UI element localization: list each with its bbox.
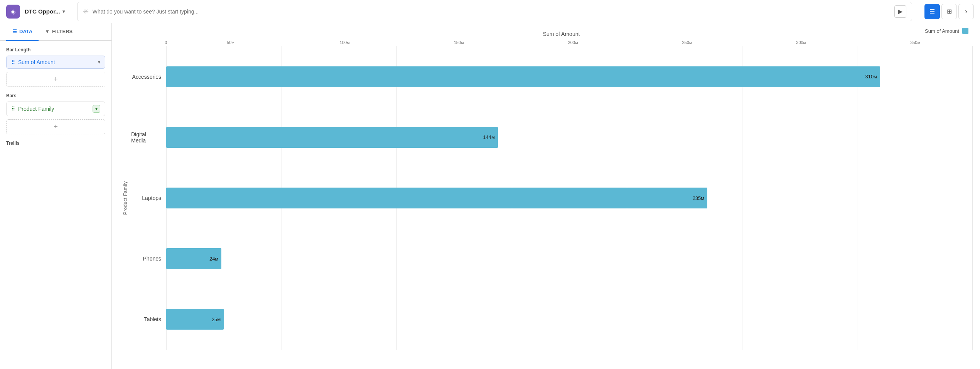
grid-icon: ⊞	[947, 8, 952, 15]
sidebar-data-content: Bar Length ⠿ Sum of Amount ▾ + Bars ⠿ Pr…	[0, 41, 111, 155]
measure-label: Sum of Amount	[18, 59, 95, 65]
category-label: Digital Media	[131, 107, 166, 168]
top-bar: ◈ DTC Oppor... ▾ ✳ ▶ ☰ ⊞ ›	[0, 0, 980, 23]
add-measure-button[interactable]: +	[6, 72, 105, 87]
tab-filters[interactable]: ▼ FILTERS	[39, 23, 79, 41]
dimension-label: Product Family	[18, 106, 89, 112]
chart-view-button[interactable]: ☰	[924, 4, 940, 19]
code-icon: ›	[965, 7, 967, 15]
bars-rows: 310м144м235м24м25м	[166, 46, 972, 350]
sidebar-tabs: ☰ DATA ▼ FILTERS	[0, 23, 111, 41]
bar-row: 235м	[166, 168, 972, 228]
axis-tick-350m: 350м	[858, 40, 972, 45]
trellis-section: Trellis	[6, 140, 105, 149]
bar[interactable]: 144м	[166, 127, 498, 148]
bar-value-label: 310м	[865, 74, 877, 80]
bar-row: 310м	[166, 46, 972, 107]
bar[interactable]: 235м	[166, 188, 707, 208]
bars-section: Bars ⠿ Product Family ▾ +	[6, 93, 105, 134]
chart-body: Product Family AccessoriesDigital MediaL…	[120, 46, 972, 350]
bar[interactable]: 24м	[166, 248, 221, 269]
bar-value-label: 24м	[209, 256, 218, 262]
dimension-chevron-button[interactable]: ▾	[93, 105, 100, 113]
search-bar: ✳ ▶	[77, 2, 912, 21]
add-dimension-button[interactable]: +	[6, 119, 105, 134]
measure-drag-handle: ⠿	[11, 59, 15, 65]
bar-row: 144м	[166, 107, 972, 168]
data-tab-icon: ☰	[12, 29, 17, 34]
y-axis-label-container: Product Family	[120, 46, 131, 350]
bar-value-label: 235м	[693, 195, 705, 201]
tab-data[interactable]: ☰ DATA	[6, 23, 39, 41]
add-dimension-icon: +	[54, 123, 58, 130]
bar-value-label: 144м	[483, 134, 495, 140]
axis-tick-150m: 150м	[402, 40, 516, 45]
search-star-icon: ✳	[83, 7, 89, 16]
search-input[interactable]	[93, 8, 891, 15]
grid-line	[972, 46, 973, 350]
category-label: Phones	[131, 229, 166, 289]
axis-tick-200m: 200м	[516, 40, 630, 45]
trellis-label: Trellis	[6, 140, 105, 146]
top-right-buttons: ☰ ⊞ ›	[924, 4, 974, 19]
dimension-pill[interactable]: ⠿ Product Family ▾	[6, 102, 105, 116]
play-button[interactable]: ▶	[894, 5, 906, 18]
bar-row: 25м	[166, 289, 972, 350]
bars-label: Bars	[6, 93, 105, 98]
legend-area: Sum of Amount	[925, 28, 968, 34]
filters-tab-icon: ▼	[45, 29, 50, 34]
axis-tick-0: 0	[158, 40, 174, 45]
legend-color-swatch	[962, 28, 968, 34]
bar-length-section: Bar Length ⠿ Sum of Amount ▾ +	[6, 47, 105, 87]
axis-tick-50m: 50м	[174, 40, 288, 45]
bar-length-label: Bar Length	[6, 47, 105, 52]
app-title-chevron: ▾	[62, 9, 65, 14]
code-view-button[interactable]: ›	[958, 4, 974, 19]
axis-tick-250m: 250м	[630, 40, 744, 45]
grid-view-button[interactable]: ⊞	[941, 4, 957, 19]
category-label: Laptops	[131, 168, 166, 228]
play-icon: ▶	[898, 8, 902, 15]
app-title-text: DTC Oppor...	[25, 8, 60, 15]
app-icon: ◈	[6, 5, 20, 19]
axis-tick-300m: 300м	[744, 40, 858, 45]
category-label: Tablets	[131, 289, 166, 350]
chart-title: Sum of Amount	[150, 31, 972, 37]
measure-pill[interactable]: ⠿ Sum of Amount ▾	[6, 56, 105, 69]
axis-ticks-row: 0 50м 100м 150м 200м 250м 300м 350м	[158, 40, 972, 45]
category-labels-column: AccessoriesDigital MediaLaptopsPhonesTab…	[131, 46, 166, 350]
filters-tab-label: FILTERS	[52, 29, 73, 34]
y-axis-label: Product Family	[123, 181, 128, 215]
bars-column: 310м144м235м24м25м	[166, 46, 972, 350]
axis-tick-100m: 100м	[288, 40, 402, 45]
dimension-drag-handle: ⠿	[11, 106, 15, 112]
bar[interactable]: 25м	[166, 309, 224, 330]
sidebar: ☰ DATA ▼ FILTERS Bar Length ⠿ Sum of Amo…	[0, 23, 112, 369]
chart-area: Sum of Amount Sum of Amount 0 50м 100м 1…	[112, 23, 980, 369]
add-measure-icon: +	[54, 75, 58, 83]
bar-value-label: 25м	[212, 317, 221, 322]
dimension-chevron-icon: ▾	[95, 106, 98, 112]
bar-row: 24м	[166, 229, 972, 289]
app-title[interactable]: DTC Oppor... ▾	[25, 8, 65, 15]
main-content: ☰ DATA ▼ FILTERS Bar Length ⠿ Sum of Amo…	[0, 23, 980, 369]
data-tab-label: DATA	[19, 29, 32, 34]
legend-label: Sum of Amount	[925, 28, 959, 34]
measure-chevron-icon: ▾	[98, 59, 100, 65]
category-label: Accessories	[131, 46, 166, 107]
bar[interactable]: 310м	[166, 66, 880, 87]
chart-icon: ☰	[929, 8, 935, 15]
